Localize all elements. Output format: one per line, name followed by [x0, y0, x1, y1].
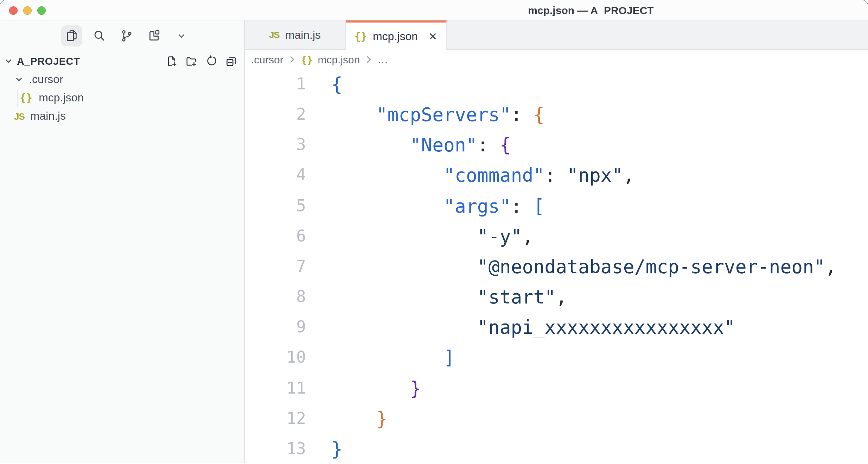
close-tab-icon[interactable]: ✕	[428, 31, 437, 42]
tab-bar: JS main.js {} mcp.json ✕	[245, 20, 868, 50]
activity-item-search[interactable]	[89, 25, 110, 46]
code-line[interactable]: 2 "mcpServers": {	[245, 99, 868, 130]
line-number: 9	[245, 312, 306, 343]
json-file-icon: {}	[20, 92, 32, 104]
code-text: "args": [	[331, 190, 544, 221]
collapse-folders-button[interactable]	[225, 55, 238, 68]
code-line[interactable]: 5 "args": [	[245, 190, 868, 221]
code-text: }	[331, 403, 388, 433]
chevron-right-icon	[288, 56, 296, 63]
js-file-icon: JS	[269, 30, 280, 40]
code-text: "-y",	[331, 221, 533, 251]
code-text: "mcpServers": {	[331, 99, 544, 130]
explorer-files-icon	[65, 29, 79, 43]
code-line[interactable]: 12 }	[245, 403, 868, 433]
minimize-window-button[interactable]	[23, 6, 32, 14]
extensions-icon	[147, 29, 161, 43]
editor-group: JS main.js {} mcp.json ✕ .cursor {} mcp.…	[245, 20, 868, 463]
file-label: mcp.json	[39, 92, 84, 104]
js-file-icon: JS	[14, 111, 25, 121]
code-editor[interactable]: 1{2 "mcpServers": {3 "Neon": {4 "command…	[245, 69, 868, 463]
tree-item-cursor-folder[interactable]: .cursor	[0, 70, 244, 89]
chevron-down-icon	[4, 57, 13, 65]
line-number: 4	[245, 160, 306, 190]
line-number: 12	[245, 403, 306, 433]
activity-item-explorer[interactable]	[61, 25, 82, 46]
line-number: 10	[245, 343, 306, 373]
indent-guide	[17, 89, 18, 107]
new-file-button[interactable]	[165, 55, 178, 68]
refresh-icon[interactable]	[205, 55, 218, 68]
line-number: 7	[245, 251, 306, 282]
app-window: mcp.json — A_PROJECT	[0, 0, 868, 464]
code-text: "command": "npx",	[331, 160, 634, 190]
breadcrumb-item-cursor[interactable]: .cursor	[251, 54, 283, 65]
tab-main-js[interactable]: JS main.js	[245, 20, 346, 50]
code-text: }	[331, 373, 421, 403]
tab-label: main.js	[285, 29, 321, 41]
project-root-label: A_PROJECT	[17, 56, 80, 67]
activity-item-extensions[interactable]	[143, 25, 165, 46]
sidebar: A_PROJECT .cursor {} mcp.json	[0, 20, 245, 463]
window-title: mcp.json — A_PROJECT	[528, 0, 653, 20]
code-line[interactable]: 9 "napi_xxxxxxxxxxxxxxxx"	[245, 312, 868, 343]
line-number: 5	[245, 190, 306, 221]
folder-label: .cursor	[29, 73, 63, 86]
line-number: 13	[245, 434, 306, 463]
git-branch-icon	[120, 29, 134, 43]
code-text: }	[331, 434, 343, 463]
tab-label: mcp.json	[373, 30, 418, 43]
code-text: "@neondatabase/mcp-server-neon",	[331, 251, 836, 282]
traffic-lights	[9, 6, 46, 14]
code-text: "napi_xxxxxxxxxxxxxxxx"	[331, 312, 735, 343]
explorer-actions	[165, 55, 238, 68]
file-tree: .cursor {} mcp.json JS main.js	[0, 70, 244, 125]
tree-item-mcp-json[interactable]: {} mcp.json	[0, 89, 244, 107]
line-number: 11	[245, 373, 306, 403]
code-line[interactable]: 13}	[245, 434, 868, 463]
titlebar: mcp.json — A_PROJECT	[0, 0, 868, 20]
activity-item-source-control[interactable]	[116, 25, 137, 46]
chevron-down-icon	[15, 75, 23, 84]
line-number: 2	[245, 99, 306, 130]
json-file-icon: {}	[355, 30, 367, 43]
code-line[interactable]: 3 "Neon": {	[245, 130, 868, 160]
code-lines: 1{2 "mcpServers": {3 "Neon": {4 "command…	[245, 69, 868, 463]
tree-item-main-js[interactable]: JS main.js	[0, 107, 244, 125]
tabbar-empty-space	[447, 20, 868, 50]
code-line[interactable]: 11 }	[245, 373, 868, 403]
code-line[interactable]: 6 "-y",	[245, 221, 868, 251]
retina-scale-wrapper: mcp.json — A_PROJECT	[0, 0, 868, 464]
code-text: "Neon": {	[331, 130, 511, 160]
tab-mcp-json[interactable]: {} mcp.json ✕	[346, 20, 447, 50]
close-window-button[interactable]	[9, 6, 18, 14]
code-text: ]	[331, 343, 455, 373]
breadcrumb-item-mcp-json[interactable]: mcp.json	[318, 54, 360, 65]
json-file-icon: {}	[301, 54, 313, 65]
chevron-right-icon	[365, 56, 372, 63]
code-line[interactable]: 7 "@neondatabase/mcp-server-neon",	[245, 251, 868, 282]
explorer-section-header[interactable]: A_PROJECT	[0, 52, 244, 70]
new-folder-button[interactable]	[185, 55, 198, 68]
code-text: {	[331, 69, 343, 99]
code-line[interactable]: 8 "start",	[245, 282, 868, 312]
breadcrumb-item-ellipsis[interactable]: …	[377, 54, 388, 65]
activity-item-more[interactable]	[171, 25, 192, 46]
breadcrumb: .cursor {} mcp.json …	[245, 50, 868, 69]
search-icon	[92, 29, 106, 43]
line-number: 1	[245, 69, 306, 99]
activity-bar	[61, 25, 244, 46]
zoom-window-button[interactable]	[37, 6, 46, 14]
code-line[interactable]: 10 ]	[245, 343, 868, 373]
code-line[interactable]: 1{	[245, 69, 868, 99]
line-number: 8	[245, 282, 306, 312]
file-label: main.js	[30, 110, 66, 123]
line-number: 3	[245, 130, 306, 160]
chevron-down-icon	[175, 30, 188, 42]
line-number: 6	[245, 221, 306, 251]
code-line[interactable]: 4 "command": "npx",	[245, 160, 868, 190]
code-text: "start",	[331, 282, 567, 312]
